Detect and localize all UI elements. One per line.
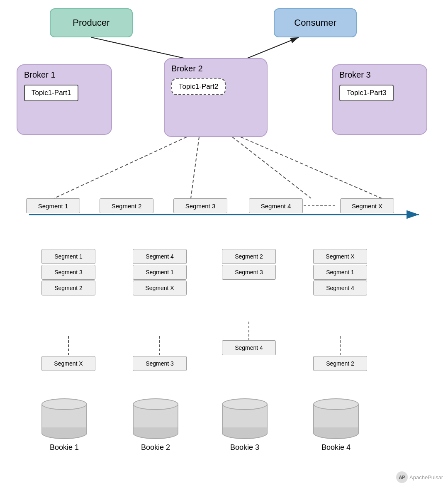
b3-extra: Segment 4: [222, 340, 276, 355]
consumer-label: Consumer: [294, 17, 336, 28]
segment-row-3: Segment 3: [173, 198, 227, 213]
b4-s1: Segment X: [313, 249, 367, 264]
producer-box: Producer: [50, 8, 133, 37]
broker2-box: Broker 2 Topic1-Part2: [164, 58, 268, 137]
b4-extra: Segment 2: [313, 356, 367, 371]
broker1-topic: Topic1-Part1: [24, 85, 78, 101]
bookie2-stack: Segment 4 Segment 1 Segment X: [133, 249, 187, 296]
b2-s2: Segment 1: [133, 265, 187, 280]
bookie1-stack: Segment 1 Segment 3 Segment 2: [41, 249, 95, 296]
seg-dash-line: [304, 203, 337, 209]
cyl1: [41, 398, 87, 439]
broker3-title: Broker 3: [339, 70, 371, 80]
cyl2: [133, 398, 178, 439]
bookie1-cylinder: Bookie 1: [41, 398, 87, 452]
svg-line-6: [232, 137, 311, 198]
broker1-box: Broker 1 Topic1-Part1: [17, 64, 112, 135]
bookie2-cylinder: Bookie 2: [133, 398, 178, 452]
watermark: AP ApachePulsar: [396, 471, 443, 483]
bookie4-extra: Segment 2: [313, 356, 367, 372]
cyl3-top: [222, 398, 268, 410]
producer-label: Producer: [73, 17, 110, 28]
consumer-box: Consumer: [274, 8, 357, 37]
bookie2-extra: Segment 3: [133, 356, 187, 372]
bookie3-label: Bookie 3: [230, 443, 259, 452]
broker3-box: Broker 3 Topic1-Part3: [332, 64, 427, 135]
broker1-title: Broker 1: [24, 70, 56, 80]
broker2-topic: Topic1-Part2: [171, 78, 226, 95]
b1-extra: Segment X: [41, 356, 95, 371]
segment-row-4: Segment 4: [249, 198, 303, 213]
segment-row-1: Segment 1: [26, 198, 80, 213]
cyl4-top: [313, 398, 359, 410]
cyl2-top: [133, 398, 178, 410]
broker2-title: Broker 2: [171, 64, 203, 73]
b1-s1: Segment 1: [41, 249, 95, 264]
b2-s3: Segment X: [133, 281, 187, 295]
watermark-icon: AP: [396, 471, 408, 483]
bookie4-label: Bookie 4: [321, 443, 351, 452]
bookie3-stack: Segment 2 Segment 3: [222, 249, 276, 281]
b1-s2: Segment 3: [41, 265, 95, 280]
cyl1-top: [41, 398, 87, 410]
svg-line-4: [54, 137, 187, 198]
bookie3-extra: Segment 4: [222, 340, 276, 356]
cyl3: [222, 398, 268, 439]
bookie1-extra: Segment X: [41, 356, 95, 372]
bookie3-cylinder: Bookie 3: [222, 398, 268, 452]
svg-line-7: [241, 137, 382, 198]
cyl1-bottom: [41, 427, 87, 439]
segment-row-x: Segment X: [340, 198, 394, 213]
b4-s3: Segment 4: [313, 281, 367, 295]
cyl3-bottom: [222, 427, 268, 439]
cyl4: [313, 398, 359, 439]
bookie1-label: Bookie 1: [50, 443, 79, 452]
watermark-text: ApachePulsar: [409, 474, 443, 481]
bookie2-label: Bookie 2: [141, 443, 170, 452]
b3-s1: Segment 2: [222, 249, 276, 264]
b4-s2: Segment 1: [313, 265, 367, 280]
b2-s1: Segment 4: [133, 249, 187, 264]
diagram-container: Producer Consumer Broker 1 Topic1-Part1 …: [0, 0, 448, 488]
svg-line-5: [191, 137, 199, 198]
b2-extra: Segment 3: [133, 356, 187, 371]
bookie4-stack: Segment X Segment 1 Segment 4: [313, 249, 367, 296]
cyl2-bottom: [133, 427, 178, 439]
broker3-topic: Topic1-Part3: [339, 85, 394, 101]
b1-s3: Segment 2: [41, 281, 95, 295]
segment-row-2: Segment 2: [100, 198, 153, 213]
b3-s2: Segment 3: [222, 265, 276, 280]
bookie4-cylinder: Bookie 4: [313, 398, 359, 452]
cyl4-bottom: [313, 427, 359, 439]
